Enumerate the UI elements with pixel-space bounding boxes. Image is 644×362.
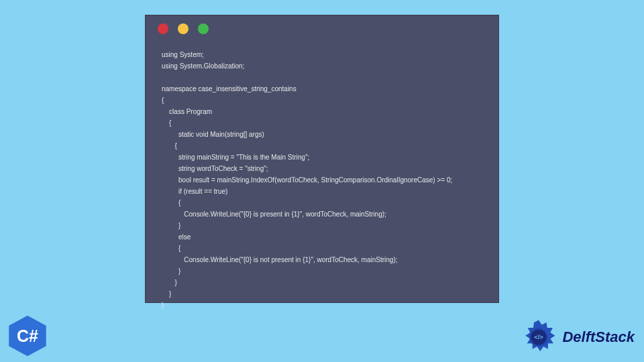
minimize-dot-icon bbox=[178, 23, 189, 34]
window-titlebar bbox=[146, 15, 498, 42]
maximize-dot-icon bbox=[198, 23, 209, 34]
svg-text:</>: </> bbox=[535, 334, 544, 341]
csharp-badge-label: C# bbox=[17, 326, 38, 345]
code-block: using System; using System.Globalization… bbox=[146, 42, 498, 324]
close-dot-icon bbox=[158, 23, 168, 34]
csharp-hex-icon: C# bbox=[5, 314, 50, 358]
brand-area: </> DelftStack bbox=[519, 318, 635, 357]
code-window: using System; using System.Globalization… bbox=[145, 15, 499, 303]
delftstack-logo-icon: </> bbox=[519, 318, 558, 357]
brand-name: DelftStack bbox=[562, 328, 635, 346]
